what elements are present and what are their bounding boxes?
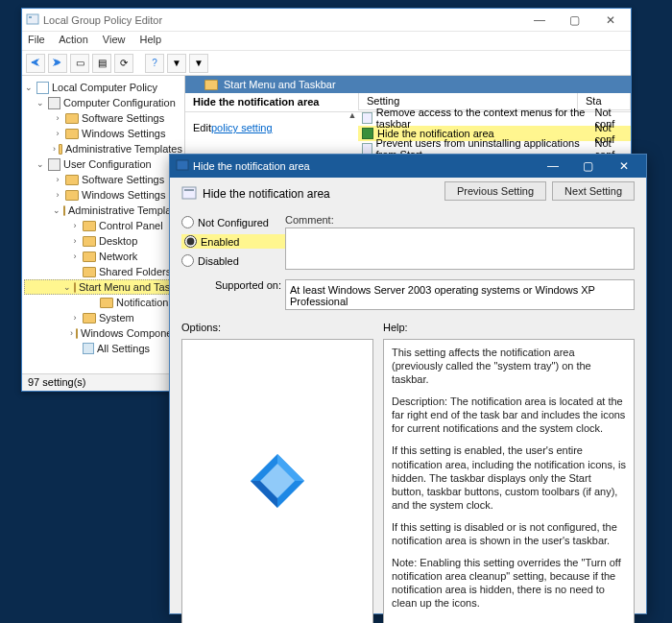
tree-label: Notifications bbox=[116, 297, 174, 308]
details-header-label: Start Menu and Taskbar bbox=[224, 79, 336, 90]
dialog-titlebar: Hide the notification area — ▢ ✕ bbox=[170, 155, 646, 178]
tb-filter-icon[interactable]: ▼ bbox=[167, 54, 186, 73]
tb-help-icon[interactable]: ? bbox=[145, 54, 164, 73]
radio-enabled[interactable]: Enabled bbox=[181, 234, 285, 249]
help-text: This setting affects the notification ar… bbox=[392, 346, 626, 386]
tree-notifications[interactable]: Notifications bbox=[24, 295, 182, 310]
radio-label: Enabled bbox=[201, 236, 239, 248]
tree-label: System bbox=[99, 312, 134, 323]
next-setting-button[interactable]: Next Setting bbox=[552, 181, 635, 201]
tree-admin-templates[interactable]: ›Administrative Templates bbox=[24, 141, 182, 156]
tree-system[interactable]: ›System bbox=[24, 310, 182, 325]
tree-windows-components[interactable]: ›Windows Components bbox=[24, 325, 182, 341]
tree-software-settings[interactable]: ›Software Settings bbox=[24, 110, 182, 126]
svg-rect-0 bbox=[27, 14, 38, 24]
svg-rect-2 bbox=[177, 160, 188, 170]
minimize-button[interactable]: — bbox=[523, 10, 556, 31]
tree-user-config[interactable]: ⌄User Configuration bbox=[24, 156, 182, 172]
tree-label: User Configuration bbox=[63, 158, 152, 170]
radio-label: Not Configured bbox=[198, 217, 269, 228]
tree-label: Desktop bbox=[99, 235, 137, 247]
state-radios: Not Configured Enabled Disabled bbox=[181, 214, 285, 270]
tree-computer-config[interactable]: ⌄Computer Configuration bbox=[24, 95, 182, 110]
svg-rect-1 bbox=[29, 16, 32, 18]
settings-row[interactable]: Remove access to the context menus for t… bbox=[358, 110, 631, 126]
tree-label: Software Settings bbox=[82, 174, 164, 185]
options-label: Options: bbox=[181, 322, 373, 333]
app-icon bbox=[26, 12, 39, 28]
help-text: Note: Enabling this setting overrides th… bbox=[392, 556, 626, 610]
help-pane[interactable]: This setting affects the notification ar… bbox=[383, 339, 635, 623]
comment-field[interactable] bbox=[285, 228, 635, 270]
policy-dialog: Hide the notification area — ▢ ✕ Hide th… bbox=[169, 154, 647, 614]
tb-up-icon[interactable]: ▭ bbox=[70, 54, 89, 73]
tb-refresh-icon[interactable]: ⟳ bbox=[114, 54, 133, 73]
tree-shared-folders[interactable]: Shared Folders bbox=[24, 264, 182, 279]
gpedit-toolbar: ⮜ ⮞ ▭ ▤ ⟳ ? ▼ ▼ bbox=[22, 51, 631, 76]
options-pane bbox=[181, 339, 373, 623]
dialog-title: Hide the notification area bbox=[189, 160, 537, 172]
edit-label: Edit bbox=[185, 112, 211, 133]
tree-software-settings-2[interactable]: ›Software Settings bbox=[24, 172, 182, 187]
svg-rect-4 bbox=[184, 189, 194, 191]
scroll-up-icon[interactable]: ▲ bbox=[348, 110, 357, 120]
tree-windows-settings[interactable]: ›Windows Settings bbox=[24, 126, 182, 141]
svg-rect-3 bbox=[182, 187, 196, 199]
tree-label: Windows Settings bbox=[82, 189, 165, 201]
settings-list: Remove access to the context menus for t… bbox=[358, 110, 631, 156]
dialog-minimize-button[interactable]: — bbox=[537, 155, 569, 178]
menu-view[interactable]: View bbox=[103, 34, 126, 45]
menu-file[interactable]: File bbox=[28, 34, 45, 45]
supported-field: At least Windows Server 2003 operating s… bbox=[285, 279, 635, 310]
previous-setting-button[interactable]: Previous Setting bbox=[444, 181, 546, 201]
dialog-maximize-button[interactable]: ▢ bbox=[572, 155, 605, 178]
details-header: Start Menu and Taskbar bbox=[185, 76, 631, 93]
tree-label: Windows Settings bbox=[82, 128, 165, 139]
edit-policy-link[interactable]: policy setting bbox=[211, 112, 273, 133]
tree-root[interactable]: ⌄Local Computer Policy bbox=[24, 80, 182, 95]
tree-label: Shared Folders bbox=[99, 266, 171, 277]
help-text: Description: The notification area is lo… bbox=[392, 395, 626, 435]
help-text: If this setting is disabled or is not co… bbox=[392, 520, 626, 547]
help-label: Help: bbox=[383, 322, 408, 333]
tb-back-icon[interactable]: ⮜ bbox=[26, 54, 45, 73]
tree-start-menu-taskbar[interactable]: ⌄Start Menu and Taskbar bbox=[24, 279, 182, 295]
menu-help[interactable]: Help bbox=[140, 34, 162, 45]
tree-control-panel[interactable]: ›Control Panel bbox=[24, 218, 182, 233]
tree-label: Software Settings bbox=[82, 112, 164, 124]
tree-root-label: Local Computer Policy bbox=[52, 82, 157, 93]
help-text: If this setting is enabled, the user's e… bbox=[392, 443, 626, 511]
menu-action[interactable]: Action bbox=[59, 34, 88, 45]
dialog-icon bbox=[176, 158, 189, 174]
policy-name: Hide the notification area bbox=[203, 187, 433, 201]
nav-tree[interactable]: ⌄Local Computer Policy ⌄Computer Configu… bbox=[22, 76, 185, 373]
tree-label: Administrative Templates bbox=[65, 143, 182, 155]
supported-label: Supported on: bbox=[181, 279, 281, 291]
row-label: Remove access to the context menus for t… bbox=[376, 107, 591, 130]
dialog-close-button[interactable]: ✕ bbox=[608, 155, 640, 178]
radio-not-configured[interactable]: Not Configured bbox=[181, 216, 285, 228]
tree-windows-settings-2[interactable]: ›Windows Settings bbox=[24, 187, 182, 203]
watermark-logo-icon bbox=[247, 450, 308, 514]
tree-all-settings[interactable]: All Settings bbox=[24, 341, 182, 356]
tree-desktop[interactable]: ›Desktop bbox=[24, 233, 182, 249]
tb-props-icon[interactable]: ▤ bbox=[92, 54, 111, 73]
policy-icon bbox=[181, 185, 197, 203]
gpedit-menubar: File Action View Help bbox=[22, 32, 631, 51]
gpedit-title: Local Group Policy Editor bbox=[39, 14, 523, 26]
comment-label: Comment: bbox=[285, 214, 635, 228]
maximize-button[interactable]: ▢ bbox=[559, 10, 591, 31]
close-button[interactable]: ✕ bbox=[594, 10, 627, 31]
tree-admin-templates-2[interactable]: ⌄Administrative Templates bbox=[24, 203, 182, 218]
tree-network[interactable]: ›Network bbox=[24, 249, 182, 264]
dialog-header: Hide the notification area bbox=[170, 178, 444, 210]
gpedit-titlebar: Local Group Policy Editor — ▢ ✕ bbox=[22, 9, 631, 32]
tree-label: Network bbox=[99, 251, 137, 262]
tree-label: All Settings bbox=[97, 343, 150, 354]
tree-label: Administrative Templates bbox=[68, 204, 185, 216]
tb-forward-icon[interactable]: ⮞ bbox=[48, 54, 67, 73]
tree-label: Computer Configuration bbox=[63, 97, 176, 108]
tb-filter2-icon[interactable]: ▼ bbox=[189, 54, 208, 73]
radio-label: Disabled bbox=[198, 255, 239, 267]
radio-disabled[interactable]: Disabled bbox=[181, 254, 285, 267]
